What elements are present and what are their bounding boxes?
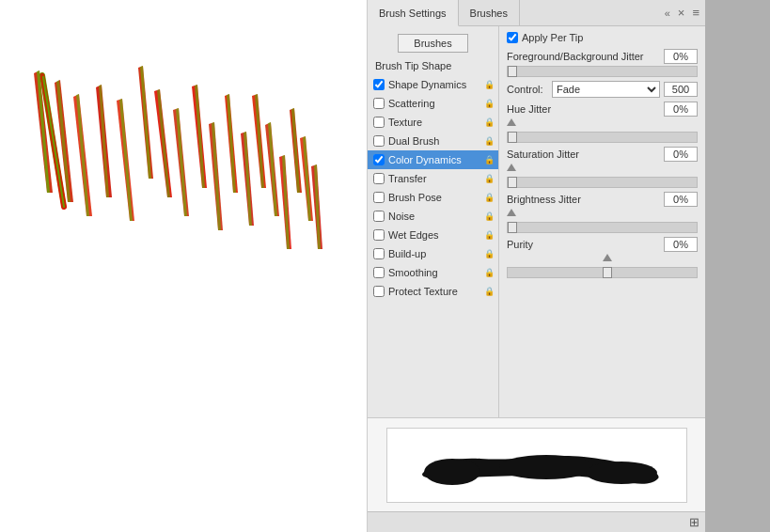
brightness-jitter-value[interactable] xyxy=(664,192,698,207)
sidebar-item-texture[interactable]: Texture 🔒 xyxy=(368,113,498,132)
brightness-jitter-row: Brightness Jitter xyxy=(507,192,698,233)
control-row: Control: Fade Off Pen Pressure Pen Tilt xyxy=(507,81,698,98)
lock-icon-4: 🔒 xyxy=(483,135,495,147)
canvas-area xyxy=(0,0,367,532)
lock-icon-7: 🔒 xyxy=(483,192,495,203)
panel-right: Apply Per Tip Foreground/Background Jitt… xyxy=(499,26,705,417)
lock-icon-2: 🔒 xyxy=(483,98,495,109)
svg-marker-20 xyxy=(195,85,205,188)
scattering-checkbox[interactable] xyxy=(373,98,385,109)
tab-brushes[interactable]: Brushes xyxy=(459,0,520,25)
brightness-jitter-triangle xyxy=(507,209,698,218)
purity-value[interactable] xyxy=(664,237,698,252)
svg-marker-26 xyxy=(244,132,252,226)
brightness-jitter-label: Brightness Jitter xyxy=(507,194,581,205)
saturation-jitter-label: Saturation Jitter xyxy=(507,149,579,160)
noise-checkbox[interactable] xyxy=(373,211,385,222)
sidebar-item-dual-brush[interactable]: Dual Brush 🔒 xyxy=(368,132,498,150)
fg-bg-jitter-row: Foreground/Background Jitter xyxy=(507,49,698,77)
svg-point-39 xyxy=(424,459,480,485)
purity-row: Purity xyxy=(507,237,698,278)
brush-tip-label: Brush Tip Shape xyxy=(368,56,498,75)
svg-marker-22 xyxy=(212,122,221,230)
control-select[interactable]: Fade Off Pen Pressure Pen Tilt xyxy=(552,81,660,98)
saturation-jitter-row: Saturation Jitter xyxy=(507,147,698,188)
lock-icon-8: 🔒 xyxy=(483,211,495,222)
svg-marker-10 xyxy=(99,85,109,197)
lock-icon: 🔒 xyxy=(483,79,495,90)
hue-jitter-label: Hue Jitter xyxy=(507,103,551,115)
menu-icon[interactable]: ≡ xyxy=(692,6,699,20)
svg-marker-8 xyxy=(76,94,89,216)
fg-bg-jitter-value[interactable] xyxy=(664,49,698,64)
sidebar-item-protect-texture[interactable]: Protect Texture 🔒 xyxy=(368,282,498,301)
close-icon[interactable]: × xyxy=(678,6,685,20)
saturation-jitter-slider[interactable] xyxy=(507,177,698,188)
lock-icon-10: 🔒 xyxy=(483,248,495,259)
sidebar-item-buildup[interactable]: Build-up 🔒 xyxy=(368,244,498,263)
texture-checkbox[interactable] xyxy=(373,117,385,128)
sidebar-item-transfer[interactable]: Transfer 🔒 xyxy=(368,169,498,188)
svg-marker-28 xyxy=(255,94,264,188)
lock-icon-12: 🔒 xyxy=(483,286,495,297)
hue-jitter-slider[interactable] xyxy=(507,132,698,143)
purity-slider[interactable] xyxy=(507,267,698,278)
svg-point-41 xyxy=(586,462,657,484)
svg-marker-16 xyxy=(157,89,170,197)
brushes-button[interactable]: Brushes xyxy=(398,34,467,53)
tab-brush-settings[interactable]: Brush Settings xyxy=(368,0,459,26)
shape-dynamics-checkbox[interactable] xyxy=(373,79,385,90)
double-arrow-icon[interactable]: « xyxy=(665,8,670,19)
apply-per-tip-row: Apply Per Tip xyxy=(507,32,698,43)
svg-marker-36 xyxy=(303,136,311,221)
lock-icon-9: 🔒 xyxy=(483,229,495,241)
apply-per-tip-label: Apply Per Tip xyxy=(522,32,583,43)
sidebar-item-noise[interactable]: Noise 🔒 xyxy=(368,207,498,226)
sidebar-item-smoothing[interactable]: Smoothing 🔒 xyxy=(368,263,498,282)
saturation-jitter-triangle xyxy=(507,164,698,173)
panel-header: Brush Settings Brushes « × ≡ xyxy=(368,0,705,26)
sidebar-item-brush-pose[interactable]: Brush Pose 🔒 xyxy=(368,188,498,207)
sidebar-item-shape-dynamics[interactable]: Shape Dynamics 🔒 xyxy=(368,75,498,94)
svg-marker-12 xyxy=(119,99,133,221)
wet-edges-checkbox[interactable] xyxy=(373,229,385,241)
saturation-jitter-value[interactable] xyxy=(664,147,698,162)
smoothing-checkbox[interactable] xyxy=(373,267,385,278)
sidebar-item-scattering[interactable]: Scattering 🔒 xyxy=(368,94,498,113)
dual-brush-checkbox[interactable] xyxy=(373,135,385,147)
lock-icon-11: 🔒 xyxy=(483,267,495,278)
purity-triangle xyxy=(507,254,698,263)
fg-bg-jitter-label: Foreground/Background Jitter xyxy=(507,51,644,62)
fg-bg-jitter-slider[interactable] xyxy=(507,66,698,77)
sidebar-item-color-dynamics[interactable]: Color Dynamics 🔒 xyxy=(368,150,498,169)
brush-pose-checkbox[interactable] xyxy=(373,192,385,203)
svg-marker-14 xyxy=(140,66,151,179)
panel-body: Brushes Brush Tip Shape Shape Dynamics 🔒… xyxy=(368,26,705,417)
svg-marker-18 xyxy=(176,108,187,216)
panel: Brush Settings Brushes « × ≡ Brushes Bru… xyxy=(367,0,705,532)
apply-per-tip-checkbox[interactable] xyxy=(507,32,518,43)
preview-area xyxy=(368,417,705,511)
svg-marker-24 xyxy=(227,94,236,193)
transfer-checkbox[interactable] xyxy=(373,173,385,184)
lock-icon-5: 🔒 xyxy=(483,154,495,165)
color-dynamics-checkbox[interactable] xyxy=(373,154,385,165)
add-icon[interactable]: ⊞ xyxy=(689,515,699,529)
panel-left: Brushes Brush Tip Shape Shape Dynamics 🔒… xyxy=(368,26,499,417)
lock-icon-3: 🔒 xyxy=(483,117,495,128)
buildup-checkbox[interactable] xyxy=(373,248,385,259)
lock-icon-6: 🔒 xyxy=(483,173,495,184)
hue-jitter-triangle xyxy=(507,118,698,128)
panel-header-icons: « × ≡ xyxy=(659,0,705,25)
hue-jitter-row: Hue Jitter xyxy=(507,102,698,143)
protect-texture-checkbox[interactable] xyxy=(373,286,385,297)
svg-point-40 xyxy=(499,455,593,479)
brightness-jitter-slider[interactable] xyxy=(507,222,698,233)
svg-marker-34 xyxy=(291,108,300,193)
hue-jitter-value[interactable] xyxy=(664,102,698,117)
control-value[interactable] xyxy=(664,82,698,97)
svg-marker-30 xyxy=(268,122,277,216)
purity-label: Purity xyxy=(507,239,533,250)
sidebar-item-wet-edges[interactable]: Wet Edges 🔒 xyxy=(368,226,498,244)
panel-footer: ⊞ xyxy=(368,511,705,532)
